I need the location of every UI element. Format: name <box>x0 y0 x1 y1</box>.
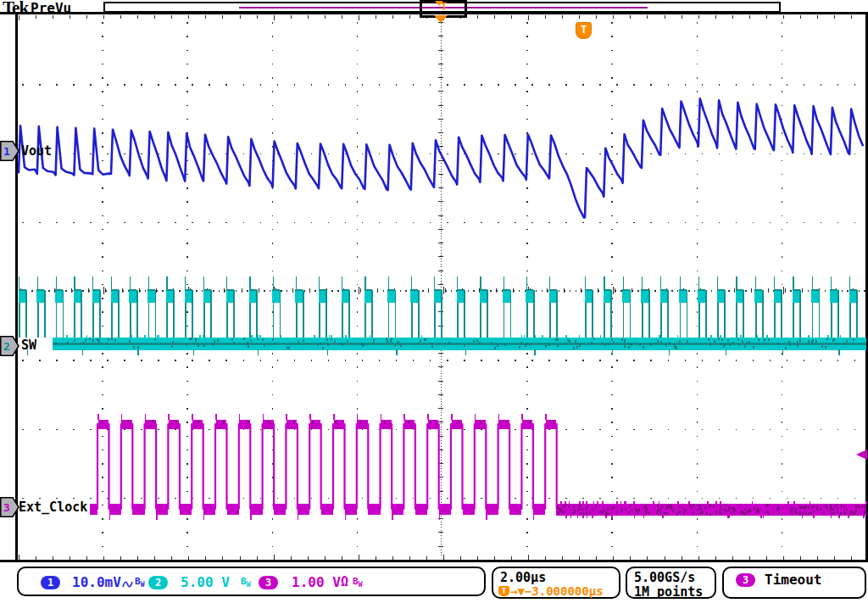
record-view-bar[interactable]: T <box>103 2 781 13</box>
channel-3-label: Ext_Clock <box>19 500 87 515</box>
channel-2-label: SW <box>21 338 36 353</box>
tek-logo: Tek <box>3 0 28 19</box>
channel-1-bandwidth-icon: BW <box>135 576 144 589</box>
channel-2-badge[interactable]: 2 <box>148 576 168 589</box>
trigger-position-badge[interactable]: T <box>576 22 592 39</box>
trigger-readout-box[interactable]: 3 Timeout <box>722 567 866 599</box>
channel-2-scale-readout[interactable]: 5.00 V <box>181 574 230 590</box>
channel-1-badge[interactable]: 1 <box>41 576 60 589</box>
channel-readouts-box: 1 10.0mV BW 2 5.00 V BW 3 1.00 V Ω BW <box>17 567 486 596</box>
horizontal-delay-readout: T→▼−3.000000µs <box>498 584 604 598</box>
record-length-readout: 1M points <box>634 584 703 600</box>
svg-text:3: 3 <box>3 501 10 514</box>
sample-rate-readout: 5.00GS/s <box>634 570 695 585</box>
expansion-point-arrow-icon[interactable] <box>434 15 448 23</box>
svg-text:2: 2 <box>3 340 10 353</box>
acquisition-readout-box[interactable]: 5.00GS/s 1M points <box>626 567 716 599</box>
horizontal-readout-box[interactable]: 2.00µs T→▼−3.000000µs <box>492 567 620 599</box>
oscilloscope-screen: Tek PreVu T T 1 2 3 Vout SW Ext_Clock 1 … <box>0 0 868 603</box>
trigger-t-icon: T <box>498 586 509 596</box>
channel-3-badge[interactable]: 3 <box>259 576 278 589</box>
horizontal-scale-readout: 2.00µs <box>500 570 546 585</box>
channel-2-bandwidth-icon: BW <box>241 576 250 589</box>
trigger-source-badge: 3 <box>736 573 755 587</box>
trigger-type-readout: Timeout <box>765 572 821 588</box>
acquisition-mode-label: PreVu <box>31 0 71 16</box>
ac-coupling-icon <box>122 577 133 593</box>
waveform-display <box>0 0 868 603</box>
record-trigger-t-icon: T <box>441 1 447 13</box>
channel-3-position-marker[interactable]: 3 <box>0 497 19 517</box>
trigger-level-arrow-icon[interactable] <box>856 449 867 460</box>
svg-text:1: 1 <box>3 145 10 158</box>
channel-1-scale-readout[interactable]: 10.0mV <box>72 574 121 590</box>
channel-3-scale-readout[interactable]: 1.00 V <box>292 574 341 590</box>
channel-1-label: Vout <box>21 143 52 159</box>
channel-3-bandwidth-icon: BW <box>353 576 362 589</box>
channel-3-impedance-icon: Ω <box>341 574 348 589</box>
channel-2-position-marker[interactable]: 2 <box>0 336 19 356</box>
channel-1-position-marker[interactable]: 1 <box>0 141 19 161</box>
